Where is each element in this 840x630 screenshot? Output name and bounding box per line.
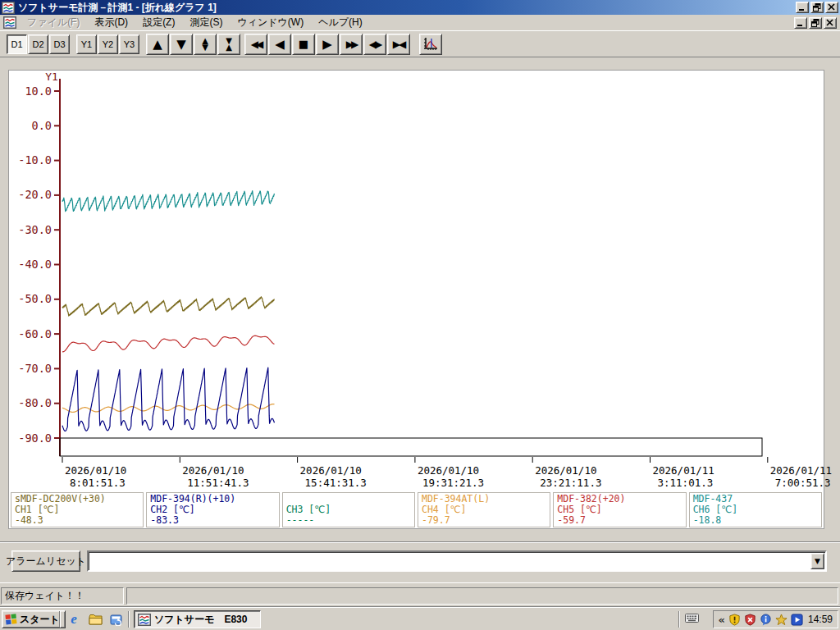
scroll-down-button[interactable]: ▼ xyxy=(170,34,193,55)
chart-panel: Y110.00.0-10.0-20.0-30.0-40.0-50.0-60.0-… xyxy=(8,70,824,529)
start-button[interactable]: スタート xyxy=(2,610,66,628)
toolbar-d3-button[interactable]: D3 xyxy=(49,34,70,54)
toolbar-y2-button[interactable]: Y2 xyxy=(98,34,118,54)
legend-current-value: ----- xyxy=(286,515,411,526)
legend-current-value: -79.7 xyxy=(422,515,546,526)
svg-text:2026/01/10: 2026/01/10 xyxy=(182,464,244,477)
menu-measure[interactable]: 測定(S) xyxy=(182,14,230,31)
legend-cell-ch5[interactable]: MDF-382(+20) CH5 [℃] -59.7 xyxy=(553,492,686,527)
toolbar: D1 D2 D3 Y1 Y2 Y3 ▲ ▼ ▲▼ ▼▲ ◀◀ ◀ ■ ▶ ▶▶ … xyxy=(0,31,840,57)
toolbar-y3-button[interactable]: Y3 xyxy=(119,34,139,54)
svg-text:2026/01/10: 2026/01/10 xyxy=(300,464,362,477)
svg-text:0.0: 0.0 xyxy=(32,119,52,132)
svg-text:7:00:51.3: 7:00:51.3 xyxy=(775,477,831,489)
legend-cell-ch2[interactable]: MDF-394(R)(+10) CH2 [℃] -83.3 xyxy=(146,492,279,527)
svg-text:-90.0: -90.0 xyxy=(18,431,52,445)
svg-text:2026/01/10: 2026/01/10 xyxy=(535,464,596,477)
svg-text:2026/01/10: 2026/01/10 xyxy=(418,464,479,477)
svg-text:2026/01/11: 2026/01/11 xyxy=(770,464,832,477)
menu-help[interactable]: ヘルプ(H) xyxy=(311,14,370,31)
menu-settings[interactable]: 設定(Z) xyxy=(135,14,182,31)
menu-bar: ファイル(F) 表示(D) 設定(Z) 測定(S) ウィンドウ(W) ヘルプ(H… xyxy=(0,15,840,31)
expand-vertical-button[interactable]: ▲▼ xyxy=(194,34,217,55)
quicklaunch-app-icon[interactable] xyxy=(108,611,125,628)
legend-current-value: -83.3 xyxy=(150,515,275,526)
alarm-message-combobox[interactable]: ▼ xyxy=(87,550,827,572)
graph-window-client: Y110.00.0-10.0-20.0-30.0-40.0-50.0-60.0-… xyxy=(0,57,840,582)
fast-forward-button[interactable]: ▶▶ xyxy=(340,34,363,55)
title-bar: ソフトサーモ計測－計測1 - [折れ線グラフ 1] xyxy=(0,0,840,15)
step-back-button[interactable]: ◀ xyxy=(268,34,291,55)
restore-button[interactable] xyxy=(810,2,824,13)
line-chart: Y110.00.0-10.0-20.0-30.0-40.0-50.0-60.0-… xyxy=(9,71,825,488)
svg-text:Y1: Y1 xyxy=(45,71,58,83)
app-icon xyxy=(138,614,151,626)
window-title: ソフトサーモ計測－計測1 - [折れ線グラフ 1] xyxy=(18,0,796,15)
status-extra-panel xyxy=(126,587,838,605)
child-close-button[interactable] xyxy=(824,17,837,29)
child-restore-button[interactable] xyxy=(809,17,822,29)
expand-horizontal-button[interactable]: ◀▶ xyxy=(363,34,386,55)
combo-dropdown-arrow[interactable]: ▼ xyxy=(810,553,824,569)
mdi-child-icon[interactable] xyxy=(3,16,16,29)
status-message: 保存ウェイト！！ xyxy=(5,589,84,603)
toolbar-y1-button[interactable]: Y1 xyxy=(76,34,97,54)
task-button-label: ソフトサーモ E830 xyxy=(154,613,247,627)
quicklaunch-ie-icon[interactable]: e xyxy=(66,611,82,628)
taskbar-clock[interactable]: 14:59 xyxy=(808,614,833,625)
tray-expand-chevron-icon[interactable]: « xyxy=(719,614,725,626)
security-warning-shield-icon[interactable] xyxy=(728,614,741,626)
security-alert-shield-icon[interactable] xyxy=(744,614,756,626)
divider xyxy=(678,611,680,628)
menu-window[interactable]: ウィンドウ(W) xyxy=(230,14,311,31)
legend-cell-ch4[interactable]: MDF-394AT(L) CH4 [℃] -79.7 xyxy=(418,492,550,527)
menu-view[interactable]: 表示(D) xyxy=(87,14,135,31)
legend-cell-ch1[interactable]: sMDF-DC200V(+30) CH1 [℃] -48.3 xyxy=(11,492,144,527)
step-forward-button[interactable]: ▶ xyxy=(316,34,339,55)
windows-logo-icon xyxy=(5,614,17,625)
media-player-tray-icon[interactable] xyxy=(791,614,803,626)
scroll-up-button[interactable]: ▲ xyxy=(146,34,169,55)
graph-icon xyxy=(423,37,438,51)
divider xyxy=(0,541,840,543)
update-star-icon[interactable] xyxy=(775,614,788,626)
graph-settings-button[interactable] xyxy=(419,34,442,55)
info-balloon-icon[interactable] xyxy=(760,614,772,626)
legend-cell-ch3[interactable]: CH3 [℃] ----- xyxy=(282,492,415,527)
divider xyxy=(128,611,130,628)
status-bar: 保存ウェイト！！ xyxy=(0,582,840,607)
svg-text:-40.0: -40.0 xyxy=(18,258,52,271)
channel-legend: sMDF-DC200V(+30) CH1 [℃] -48.3 MDF-394(R… xyxy=(11,492,822,527)
close-button[interactable] xyxy=(825,2,838,13)
legend-cell-ch6[interactable]: MDF-437 CH6 [℃] -18.8 xyxy=(689,492,822,527)
svg-text:11:51:41.3: 11:51:41.3 xyxy=(187,477,249,489)
legend-current-value: -18.8 xyxy=(693,515,818,526)
alarm-reset-button[interactable]: アラームリセット xyxy=(11,550,80,572)
status-message-panel: 保存ウェイト！！ xyxy=(1,587,124,605)
keyboard-layout-icon[interactable] xyxy=(685,612,699,627)
system-tray: « 14:59 xyxy=(713,610,838,628)
menu-file[interactable]: ファイル(F) xyxy=(20,14,87,31)
quicklaunch-desktop-icon[interactable] xyxy=(87,611,103,628)
svg-text:-70.0: -70.0 xyxy=(18,362,52,375)
svg-text:-10.0: -10.0 xyxy=(18,153,52,167)
legend-current-value: -48.3 xyxy=(15,515,139,526)
start-label: スタート xyxy=(20,613,60,627)
svg-text:2026/01/10: 2026/01/10 xyxy=(65,464,126,477)
rewind-button[interactable]: ◀◀ xyxy=(244,34,267,55)
compress-horizontal-button[interactable]: ▶◀ xyxy=(387,34,410,55)
svg-text:-50.0: -50.0 xyxy=(18,292,52,305)
toolbar-d1-button[interactable]: D1 xyxy=(7,34,27,54)
stop-button[interactable]: ■ xyxy=(292,34,315,55)
svg-text:15:41:31.3: 15:41:31.3 xyxy=(305,477,367,489)
svg-text:-30.0: -30.0 xyxy=(18,223,52,236)
toolbar-d2-button[interactable]: D2 xyxy=(28,34,48,54)
divider xyxy=(59,611,61,628)
child-minimize-button[interactable] xyxy=(794,17,807,29)
app-icon xyxy=(2,2,15,14)
svg-text:-60.0: -60.0 xyxy=(18,327,52,340)
compress-vertical-button[interactable]: ▼▲ xyxy=(217,34,240,55)
taskbar: スタート e ソフトサーモ E830 « 14: xyxy=(0,607,840,630)
taskbar-app-button[interactable]: ソフトサーモ E830 xyxy=(134,610,261,628)
minimize-button[interactable] xyxy=(796,2,809,13)
